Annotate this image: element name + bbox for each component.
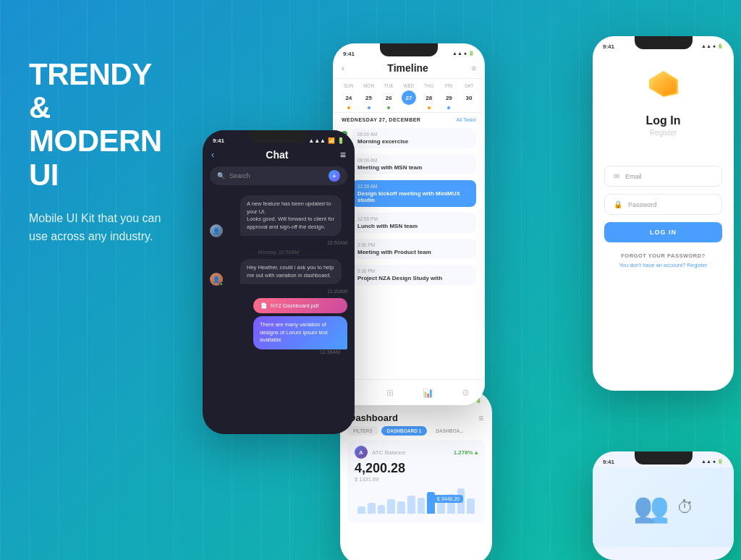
bottom-nav: ⌂ ⊞ 📊 ⚙	[333, 379, 485, 405]
chart-bar	[407, 496, 415, 514]
timeline-header: ‹ Timeline ≡	[333, 59, 485, 79]
date-label: WEDNESDAY 27, DECEMBER	[342, 117, 420, 122]
status-icons: ▲▲ ● 🔋	[452, 51, 475, 56]
all-tasks-link[interactable]: All Tasks	[457, 117, 477, 122]
tl-event-1: 06:00 AM Morning excercise	[333, 125, 485, 151]
nav-settings[interactable]: ⚙	[460, 386, 473, 399]
forgot-password[interactable]: FORGOT YOUR PASSWORD?	[593, 253, 734, 259]
back-button-timeline[interactable]: ‹	[342, 64, 344, 72]
register-link[interactable]: Register	[687, 262, 708, 268]
chat-title: Chat	[266, 149, 288, 161]
tl-event-3: 11:28 AM Design kickoff meeting with Min…	[333, 177, 485, 210]
message-time-2: 11:20AM	[210, 289, 347, 294]
mini-chart: $ 3448.20	[355, 488, 478, 517]
login-button[interactable]: LOG IN	[604, 222, 722, 242]
message-bubble-1: A new feature has been updated to your U…	[240, 195, 342, 236]
balance-sub: $ 1331.89	[355, 476, 478, 483]
cal-sun: SUN 24	[342, 83, 356, 109]
chat-search-bar[interactable]: 🔍 Search +	[210, 166, 347, 185]
tl-content-2: 09:00 AM Meeting with MSN team	[352, 154, 476, 174]
add-chat-button[interactable]: +	[329, 170, 340, 182]
message-time-3: 11:30AM	[210, 349, 340, 355]
hero-subtitle: Mobile UI Kit that you can use across an…	[29, 209, 166, 246]
tl-content-1: 06:00 AM Morning excercise	[352, 128, 476, 148]
email-label: Email	[625, 173, 642, 180]
dashboard-phone: 9:41 ▲▲ ● 🔋 Dashboard ≡ FILTERS DASHBOAR…	[340, 391, 492, 560]
email-field[interactable]: ✉ Email	[604, 166, 722, 187]
password-label: Password	[628, 201, 657, 208]
dashboard-title: Dashboard	[349, 412, 398, 423]
phone-notch-br	[635, 451, 693, 464]
chart-bar	[418, 498, 425, 514]
tl-content-3: 11:28 AM Design kickoff meeting with Min…	[352, 180, 476, 207]
chart-bar	[397, 501, 405, 514]
message-row-1: 👤 A new feature has been updated to your…	[210, 195, 347, 237]
nav-grid[interactable]: ⊞	[384, 386, 397, 399]
login-title: Log In	[593, 109, 734, 129]
dashboard-tabs: FILTERS DASHBOARD 1 DASHBOA...	[340, 426, 492, 440]
back-button[interactable]: ‹	[211, 150, 214, 160]
balance-label: ATC Balance	[372, 449, 406, 456]
avatar-1: 👤	[210, 224, 223, 237]
password-field[interactable]: 🔒 Password	[604, 194, 722, 215]
no-account-text: You don't have an account? Register	[593, 262, 734, 268]
hero-section: TRENDY & MODERN UI Mobile UI Kit that yo…	[0, 0, 188, 246]
message-row-2: 👤 Hey Heather, could i ask you to help m…	[210, 259, 347, 286]
tl-event-6: 5:30 PM Project NZA Design Study with	[333, 262, 485, 288]
calendar-row: SUN 24 MON 25 TUE 26 WED 27	[333, 79, 485, 113]
tab-dashboard-1[interactable]: DASHBOARD 1	[381, 426, 428, 436]
chart-bar	[467, 499, 475, 514]
cal-fri: FRI 29	[441, 83, 456, 109]
phone-notch	[380, 43, 438, 56]
email-icon: ✉	[614, 172, 619, 180]
cal-tue: TUE 26	[381, 83, 396, 109]
phone-notch	[250, 130, 308, 143]
timeline-menu[interactable]: ≡	[472, 64, 476, 72]
tl-event-5: 3:50 PM Meeting with Product team	[333, 236, 485, 262]
sent-message: There are many variation of designs of L…	[253, 316, 347, 349]
phone-notch	[635, 36, 693, 49]
status-icons: ▲▲▲ 📶 🔋	[308, 137, 344, 144]
dashboard-menu[interactable]: ≡	[478, 413, 483, 423]
file-name: NYZ Dashboard.pdf	[271, 302, 318, 309]
tl-event-2: 09:00 AM Meeting with MSN team	[333, 151, 485, 177]
hero-title: TRENDY & MODERN UI	[29, 58, 166, 192]
search-icon: 🔍	[217, 172, 225, 179]
login-phone: 9:41 ▲▲ ● 🔋	[593, 36, 734, 391]
chart-bar	[387, 499, 395, 514]
bottom-right-phone: 9:41 ▲▲ ● 🔋 👥 ⏱	[593, 451, 734, 560]
menu-icon[interactable]: ≡	[340, 149, 346, 161]
tab-filters[interactable]: FILTERS	[347, 426, 378, 436]
file-message: 📄 NYZ Dashboard.pdf	[253, 298, 347, 313]
chart-bar	[357, 506, 365, 514]
status-icons: ▲▲ ● 🔋	[701, 43, 724, 49]
login-register-label[interactable]: Register	[593, 129, 734, 137]
cal-thu: THU 28	[422, 83, 436, 109]
message-bubble-2: Hey Heather, could i ask you to help me …	[240, 259, 342, 284]
coin-icon: A	[355, 446, 368, 459]
tab-dashboard-2[interactable]: DASHBOA...	[430, 426, 469, 436]
chart-bar	[368, 503, 376, 514]
cal-wed[interactable]: WED 27	[402, 83, 416, 109]
nav-chart[interactable]: 📊	[421, 386, 434, 399]
content-wrapper: TRENDY & MODERN UI Mobile UI Kit that yo…	[0, 0, 741, 560]
tl-content-6: 5:30 PM Project NZA Design Study with	[352, 265, 476, 285]
search-placeholder: Search	[229, 172, 250, 179]
chat-phone: 9:41 ▲▲▲ 📶 🔋 ‹ Chat ≡ 🔍 Search +	[203, 130, 355, 434]
tl-content-5: 3:50 PM Meeting with Product team	[352, 239, 476, 259]
online-dot	[219, 282, 223, 286]
balance-value: 4,200.28	[355, 462, 478, 475]
svg-marker-2	[651, 72, 677, 96]
br-illustration: 👥	[633, 491, 669, 525]
dashboard-header: Dashboard ≡	[340, 407, 492, 426]
file-icon: 📄	[261, 302, 267, 309]
tl-event-4: 12:50 PM Lunch with MSN team	[333, 210, 485, 236]
chat-messages: 👤 A new feature has been updated to your…	[203, 191, 355, 363]
logo-svg	[648, 69, 679, 98]
login-logo	[593, 52, 734, 109]
chart-bar	[378, 505, 386, 514]
phones-area: 9:41 ▲▲▲ 📶 🔋 ‹ Chat ≡ 🔍 Search +	[188, 0, 741, 560]
timeline-title: Timeline	[387, 62, 428, 74]
card-header: A ATC Balance 1.278% ▴	[355, 446, 478, 459]
status-icons-br: ▲▲ ● 🔋	[701, 459, 724, 464]
